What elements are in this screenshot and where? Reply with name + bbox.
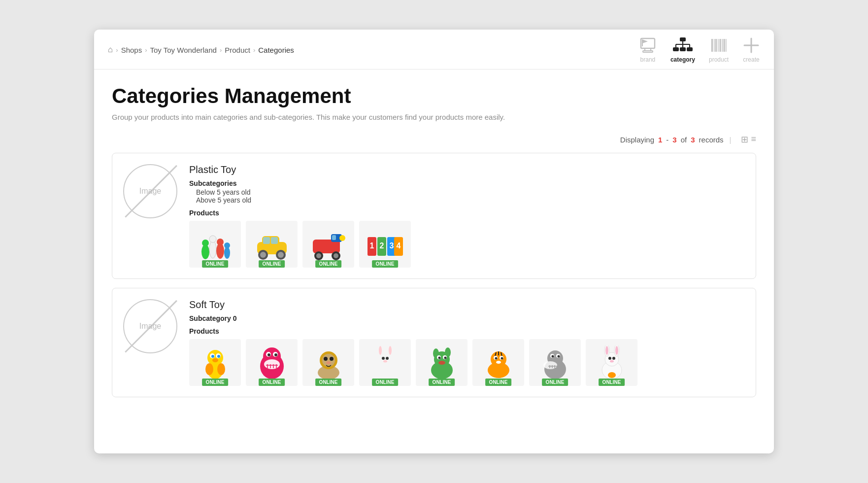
products-label-2: Products xyxy=(189,327,743,335)
toolbar-brand[interactable]: brand xyxy=(639,36,657,63)
displaying-range-start: 1 xyxy=(658,136,662,144)
top-bar: ⌂ › Shops › Toy Toy Wonderland › Product… xyxy=(94,30,774,69)
product-thumb-11[interactable]: ONLINE xyxy=(529,339,581,386)
svg-point-29 xyxy=(209,236,216,242)
soft-toy-products: ONLINE xyxy=(189,339,743,386)
svg-point-64 xyxy=(217,363,225,375)
toy-svg-11 xyxy=(535,345,575,380)
svg-point-79 xyxy=(322,354,335,367)
svg-text:4: 4 xyxy=(396,242,401,250)
svg-point-39 xyxy=(278,252,284,258)
product-thumb-10[interactable]: ONLINE xyxy=(472,339,524,386)
page-title: Categories Management xyxy=(112,84,756,108)
svg-point-120 xyxy=(551,355,554,357)
svg-point-60 xyxy=(211,355,214,358)
sep2: › xyxy=(145,46,147,54)
svg-point-75 xyxy=(267,353,270,356)
product-icon xyxy=(710,36,728,54)
plastic-toy-content: Plastic Toy Subcategories Below 5 years … xyxy=(189,164,743,268)
displaying-row: Displaying 1 - 3 of 3 records | ⊞ ≡ xyxy=(112,134,756,145)
svg-point-121 xyxy=(557,355,560,357)
plastic-toy-image: Image xyxy=(123,164,177,218)
svg-marker-4 xyxy=(642,39,648,43)
home-icon[interactable]: ⌂ xyxy=(108,45,113,55)
svg-rect-20 xyxy=(723,39,725,52)
toolbar-create[interactable]: create xyxy=(742,36,760,63)
svg-rect-42 xyxy=(332,235,336,240)
breadcrumb: ⌂ › Shops › Toy Toy Wonderland › Product… xyxy=(108,45,294,55)
svg-text:2: 2 xyxy=(379,242,384,250)
svg-point-100 xyxy=(438,361,445,365)
svg-point-129 xyxy=(612,357,615,360)
svg-point-127 xyxy=(615,346,618,355)
svg-rect-5 xyxy=(680,37,686,41)
toolbar: brand category xyxy=(639,36,760,63)
svg-rect-2 xyxy=(643,51,653,52)
svg-rect-35 xyxy=(271,237,278,244)
svg-point-27 xyxy=(224,247,230,259)
toy-svg-2 xyxy=(252,227,292,262)
product-thumb-4[interactable]: 1 2 3 4 ONLINE xyxy=(359,221,411,268)
toy-svg-6 xyxy=(252,345,292,380)
svg-point-46 xyxy=(334,253,338,258)
category-label: category xyxy=(670,56,695,63)
category-icon xyxy=(672,36,694,54)
svg-rect-19 xyxy=(722,39,723,52)
product-thumb-3[interactable]: ONLINE xyxy=(302,221,354,268)
toy-svg-8 xyxy=(366,345,405,380)
svg-point-99 xyxy=(444,356,446,359)
online-badge-3: ONLINE xyxy=(315,260,342,268)
sep4: › xyxy=(253,46,255,54)
category-card-soft-toy: Image Soft Toy Subcategory 0 Products xyxy=(112,288,756,397)
product-thumb-9[interactable]: ONLINE xyxy=(416,339,467,386)
online-badge-7: ONLINE xyxy=(315,379,342,386)
displaying-range-end: 3 xyxy=(672,136,676,144)
toolbar-product[interactable]: product xyxy=(709,36,729,63)
product-thumb-5[interactable]: ONLINE xyxy=(189,339,241,386)
svg-point-62 xyxy=(212,358,218,362)
svg-text:1: 1 xyxy=(369,242,374,250)
online-badge-9: ONLINE xyxy=(429,379,455,386)
displaying-label: Displaying xyxy=(620,136,654,144)
subcategory-above5: Above 5 years old xyxy=(189,196,743,204)
displaying-dash: - xyxy=(666,136,668,144)
toy-svg-12 xyxy=(592,345,632,380)
product-thumb-6[interactable]: ONLINE xyxy=(246,339,298,386)
subcategories-label: Subcategories xyxy=(189,179,743,187)
product-thumb-1[interactable]: ONLINE xyxy=(189,221,241,268)
svg-rect-18 xyxy=(719,39,721,52)
product-thumb-12[interactable]: ONLINE xyxy=(586,339,637,386)
svg-point-47 xyxy=(339,235,345,241)
svg-rect-16 xyxy=(715,39,717,52)
product-thumb-8[interactable]: ONLINE xyxy=(359,339,411,386)
category-card-plastic-toy: Image Plastic Toy Subcategories Below 5 … xyxy=(112,153,756,279)
soft-toy-image: Image xyxy=(123,299,177,353)
svg-point-82 xyxy=(326,361,331,364)
product-thumb-7[interactable]: ONLINE xyxy=(302,339,354,386)
svg-point-25 xyxy=(209,241,216,258)
svg-point-113 xyxy=(543,361,557,369)
breadcrumb-current: Categories xyxy=(258,46,294,54)
svg-point-109 xyxy=(501,357,503,359)
main-window: ⌂ › Shops › Toy Toy Wonderland › Product… xyxy=(94,30,774,453)
list-view-icon[interactable]: ≡ xyxy=(751,134,756,145)
soft-toy-name: Soft Toy xyxy=(189,299,743,310)
breadcrumb-product[interactable]: Product xyxy=(225,46,250,54)
svg-point-108 xyxy=(495,357,497,359)
toy-svg-1 xyxy=(196,227,235,262)
svg-point-63 xyxy=(205,363,213,375)
svg-point-44 xyxy=(316,253,321,258)
grid-view-icon[interactable]: ⊞ xyxy=(741,134,748,145)
svg-rect-17 xyxy=(718,39,719,52)
breadcrumb-shops[interactable]: Shops xyxy=(121,46,142,54)
svg-point-110 xyxy=(496,361,501,364)
svg-rect-34 xyxy=(263,237,270,244)
toolbar-category[interactable]: category xyxy=(670,36,695,63)
online-badge-10: ONLINE xyxy=(485,379,512,386)
online-badge-2: ONLINE xyxy=(259,260,285,268)
sep3: › xyxy=(220,46,222,54)
product-thumb-2[interactable]: ONLINE xyxy=(246,221,298,268)
page-description: Group your products into main categories… xyxy=(112,113,756,121)
svg-rect-14 xyxy=(711,39,713,52)
breadcrumb-shop-name[interactable]: Toy Toy Wonderland xyxy=(150,46,217,54)
